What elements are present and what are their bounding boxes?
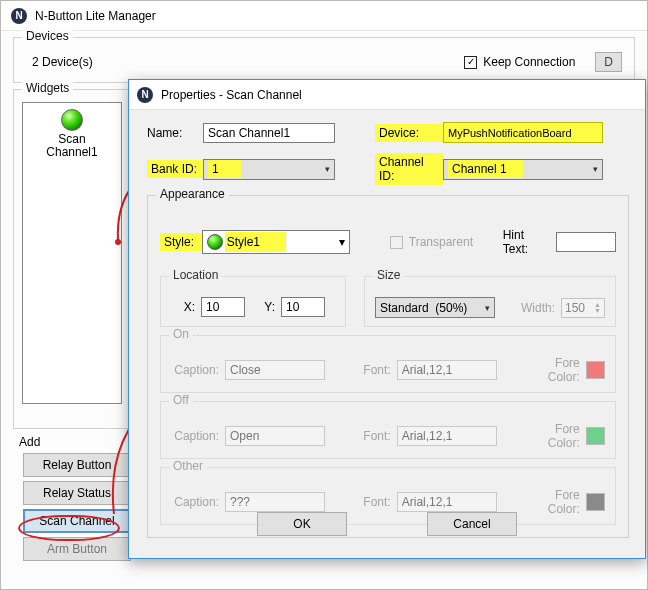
widgets-list[interactable]: Scan Channel1 <box>22 102 122 404</box>
y-input[interactable] <box>281 297 325 317</box>
bankid-select[interactable]: 1 ▾ <box>203 159 335 180</box>
name-label: Name: <box>147 126 203 140</box>
device-select[interactable]: MyPushNotificationBoard <box>443 122 603 143</box>
location-groupbox: Location X: Y: <box>160 276 346 327</box>
arm-button-button[interactable]: Arm Button <box>23 537 131 561</box>
off-caption-label: Caption: <box>171 429 219 443</box>
chevron-down-icon: ▾ <box>325 164 330 174</box>
other-font-label: Font: <box>360 495 391 509</box>
keep-connection-checkbox[interactable]: ✓ Keep Connection <box>464 55 575 69</box>
appearance-groupbox: Appearance Style: Style1 ▾ Transparent H… <box>147 195 629 538</box>
style-value: Style1 <box>225 232 286 252</box>
main-titlebar: N N-Button Lite Manager <box>1 1 647 31</box>
app-logo-icon: N <box>11 8 27 24</box>
off-caption-input <box>225 426 325 446</box>
dialog-title: Properties - Scan Channel <box>161 88 302 102</box>
channelid-label: Channel ID: <box>375 153 443 185</box>
dialog-logo-icon: N <box>137 87 153 103</box>
style-orb-icon <box>207 234 223 250</box>
devices-groupbox: Devices 2 Device(s) ✓ Keep Connection D <box>13 37 635 83</box>
chevron-down-icon: ▾ <box>339 235 345 249</box>
device-label: Device: <box>375 124 443 142</box>
on-font-label: Font: <box>360 363 391 377</box>
chevron-down-icon: ▾ <box>593 164 598 174</box>
x-label: X: <box>171 300 195 314</box>
other-font-input <box>397 492 497 512</box>
chevron-down-icon: ▾ <box>485 303 490 313</box>
cancel-button[interactable]: Cancel <box>427 512 517 536</box>
off-label: Off <box>169 393 193 407</box>
off-font-label: Font: <box>360 429 391 443</box>
width-spinner: 150 ▲▼ <box>561 298 605 318</box>
size-mode-select[interactable]: Standard (50%) ▾ <box>375 297 495 318</box>
off-font-input <box>397 426 497 446</box>
other-caption-label: Caption: <box>171 495 219 509</box>
dialog-body: Name: Device: MyPushNotificationBoard Ba… <box>129 110 645 546</box>
ok-button[interactable]: OK <box>257 512 347 536</box>
width-label: Width: <box>521 301 555 315</box>
device-value: MyPushNotificationBoard <box>448 127 572 139</box>
devices-label: Devices <box>22 29 73 43</box>
status-orb-icon <box>61 109 83 131</box>
other-label: Other <box>169 459 207 473</box>
properties-dialog: N Properties - Scan Channel Name: Device… <box>128 79 646 559</box>
dialog-titlebar: N Properties - Scan Channel <box>129 80 645 110</box>
channelid-value: Channel 1 <box>448 160 523 178</box>
y-label: Y: <box>251 300 275 314</box>
relay-status-button[interactable]: Relay Status <box>23 481 131 505</box>
name-input[interactable] <box>203 123 335 143</box>
on-color-swatch[interactable] <box>586 361 605 379</box>
off-forecolor-label: Fore Color: <box>522 422 580 450</box>
relay-button-button[interactable]: Relay Button <box>23 453 131 477</box>
keep-connection-label: Keep Connection <box>483 55 575 69</box>
style-select[interactable]: Style1 ▾ <box>202 230 351 254</box>
other-color-swatch[interactable] <box>586 493 605 511</box>
bankid-label: Bank ID: <box>147 160 203 178</box>
devices-extra-button[interactable]: D <box>595 52 622 72</box>
location-label: Location <box>169 268 222 282</box>
widget-item-label: Scan Channel1 <box>23 133 121 159</box>
on-caption-label: Caption: <box>171 363 219 377</box>
scan-channel-button[interactable]: Scan Channel <box>23 509 131 533</box>
on-font-input <box>397 360 497 380</box>
on-label: On <box>169 327 193 341</box>
device-count: 2 Device(s) <box>26 55 93 69</box>
on-forecolor-label: Fore Color: <box>522 356 580 384</box>
off-color-swatch[interactable] <box>586 427 605 445</box>
x-input[interactable] <box>201 297 245 317</box>
size-label: Size <box>373 268 404 282</box>
hinttext-input[interactable] <box>556 232 616 252</box>
appearance-label: Appearance <box>156 187 229 201</box>
hinttext-label: Hint Text: <box>503 228 552 256</box>
channelid-select[interactable]: Channel 1 ▾ <box>443 159 603 180</box>
size-groupbox: Size Standard (50%) ▾ Width: 150 ▲▼ <box>364 276 616 327</box>
bankid-value: 1 <box>208 160 241 178</box>
transparent-checkbox: Transparent <box>390 235 473 249</box>
style-label: Style: <box>160 233 202 251</box>
other-caption-input <box>225 492 325 512</box>
widgets-label: Widgets <box>22 81 73 95</box>
transparent-label: Transparent <box>409 235 473 249</box>
on-caption-input <box>225 360 325 380</box>
off-groupbox: Off Caption: Font: Fore Color: <box>160 401 616 459</box>
on-groupbox: On Caption: Font: Fore Color: <box>160 335 616 393</box>
app-title: N-Button Lite Manager <box>35 9 156 23</box>
